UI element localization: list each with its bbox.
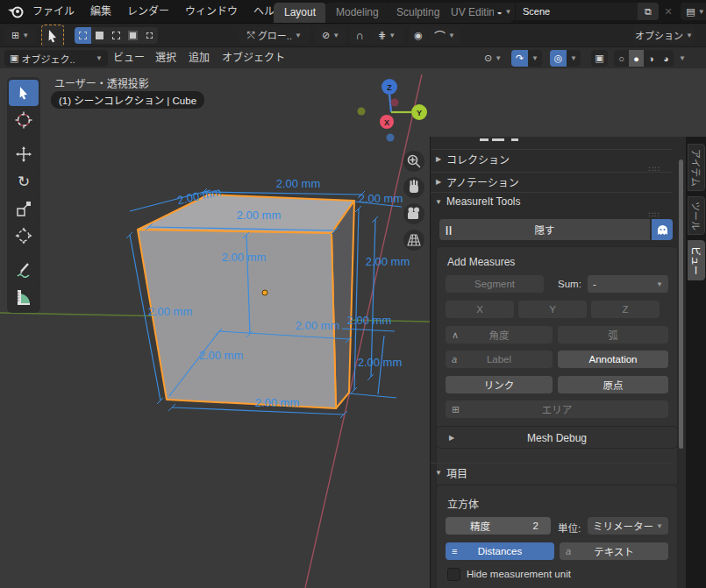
text-toggle[interactable]: a テキスト — [560, 542, 668, 560]
hide-unit-checkbox[interactable] — [447, 568, 460, 581]
tool-move[interactable] — [9, 141, 39, 167]
panel-header-items[interactable]: ▼ 項目 — [431, 463, 673, 481]
options-dropdown[interactable]: オプション▼ — [633, 26, 695, 44]
grid-view-button[interactable] — [403, 230, 424, 251]
shading-material-button[interactable]: ◑ — [644, 50, 659, 67]
new-scene-button[interactable]: ⧉ — [638, 3, 659, 20]
viewport-3d[interactable]: 2.00 mm 2.00 mm 2.00 mm 2.00 mm 2.00 mm … — [0, 68, 430, 588]
label-button[interactable]: aLabel — [446, 351, 553, 368]
menu-window[interactable]: ウィンドウ — [177, 0, 246, 23]
object-name-label: 立方体 — [447, 496, 479, 511]
sum-dropdown[interactable]: -▼ — [588, 275, 668, 293]
menu-object[interactable]: オブジェクト — [214, 47, 293, 69]
menu-select[interactable]: 選択 — [147, 47, 184, 69]
chevron-down-icon: ▼ — [531, 54, 538, 62]
svg-text:Y: Y — [417, 109, 422, 117]
select-arrow-icon — [46, 29, 59, 43]
select-mode-subtract[interactable] — [108, 27, 125, 44]
unlink-scene-button[interactable]: ✕ — [660, 3, 676, 20]
shading-dropdown[interactable]: ▼ — [675, 50, 689, 67]
tab-item[interactable]: アイテム — [688, 144, 705, 191]
label-a-icon: a — [566, 546, 571, 556]
scene-name-field[interactable]: Scene — [516, 3, 644, 20]
blender-logo-icon[interactable] — [7, 4, 25, 18]
arc-button[interactable]: 弧 — [558, 326, 668, 344]
menu-render[interactable]: レンダー — [119, 0, 177, 23]
transform-orientation-dropdown[interactable]: ⤲ グロー..▼ — [239, 26, 310, 44]
sidebar-scrollbar[interactable] — [679, 159, 683, 449]
tab-tool[interactable]: ツール — [688, 196, 705, 235]
origin-button[interactable]: 原点 — [558, 376, 668, 393]
tool-annotate[interactable] — [9, 257, 39, 283]
segment-button[interactable]: Segment — [446, 275, 544, 293]
annotation-button[interactable]: Annotation — [558, 351, 668, 368]
angle-button[interactable]: ∧角度 — [446, 326, 553, 344]
chevron-down-icon: ▼ — [389, 32, 396, 39]
gizmos-toggle[interactable]: ↷ — [511, 50, 528, 67]
panel-grip-icon[interactable]: ∷∷ — [649, 210, 660, 219]
xray-toggle[interactable]: ▣ — [591, 50, 608, 67]
tab-view[interactable]: ビュー — [688, 240, 705, 280]
gizmos-dropdown[interactable]: ▼ — [528, 50, 542, 67]
workspace-tab-modeling[interactable]: Modeling — [325, 3, 389, 23]
mode-dropdown[interactable]: ▣ オブジェク.. ▼ — [4, 50, 108, 67]
ghost-toggle-button[interactable] — [652, 219, 673, 240]
axis-neg-dot[interactable] — [387, 134, 395, 142]
link-button[interactable]: リンク — [446, 376, 553, 393]
navigation-gizmo[interactable]: Z Y X — [358, 79, 428, 142]
select-mode-invert[interactable] — [125, 27, 141, 44]
ghost-icon — [657, 224, 668, 236]
pivot-point-dropdown[interactable]: ⊘▼ — [315, 26, 346, 44]
overlays-dropdown[interactable]: ▼ — [567, 50, 581, 67]
menu-file[interactable]: ファイル — [25, 0, 82, 23]
axis-neg-dot[interactable] — [358, 108, 366, 116]
precision-value: 2 — [533, 521, 538, 531]
shading-solid-button[interactable]: ● — [629, 50, 644, 67]
pan-button[interactable] — [403, 177, 424, 198]
tool-transform[interactable] — [9, 223, 39, 249]
menu-view[interactable]: ビュー — [105, 47, 153, 69]
axis-neg-dot[interactable] — [391, 99, 399, 107]
falloff-dropdown[interactable]: ⌒▼ — [429, 26, 460, 44]
measure-x-button[interactable]: X — [446, 301, 514, 318]
tool-measure[interactable] — [9, 284, 39, 310]
tool-select-box[interactable] — [9, 80, 39, 106]
active-tool-button[interactable] — [41, 25, 64, 47]
panel-header-annotation[interactable]: ▶ アノテーション ∷∷ — [431, 172, 673, 190]
distances-toggle[interactable]: ≡ Distances — [446, 542, 554, 560]
collapsed-arrow-icon: ▶ — [431, 155, 446, 163]
show-hide-measures-button[interactable]: || 隠す — [439, 219, 650, 240]
select-mode-set[interactable] — [75, 27, 91, 44]
panel-header-collection[interactable]: ▶ コレクション ∷∷ — [431, 149, 673, 167]
select-mode-extend[interactable] — [91, 27, 108, 44]
cube-object[interactable] — [138, 195, 354, 408]
proportional-edit-toggle[interactable]: ◉ — [409, 26, 428, 44]
tool-scale[interactable] — [9, 195, 39, 222]
area-button[interactable]: ⊞エリア — [446, 400, 668, 418]
zoom-button[interactable] — [403, 151, 424, 172]
overlays-toggle[interactable]: ◎ — [550, 50, 567, 67]
precision-slider[interactable]: 精度 2 — [446, 517, 551, 535]
tool-cursor[interactable] — [9, 107, 39, 133]
tool-rotate[interactable]: ↻ — [9, 168, 39, 195]
snap-toggle[interactable]: ∩ — [350, 26, 369, 44]
measure-y-button[interactable]: Y — [518, 301, 587, 318]
shading-rendered-button[interactable]: ◕ — [659, 50, 674, 67]
panel-header-measureit[interactable]: ▼ MeasureIt Tools ∷∷ — [431, 192, 673, 210]
mesh-debug-panel[interactable]: ▶ Mesh Debug — [436, 426, 678, 449]
unit-dropdown[interactable]: ミリメーター▼ — [588, 517, 668, 535]
menu-edit[interactable]: 編集 — [82, 0, 119, 23]
hide-unit-label: Hide measurement unit — [467, 569, 571, 579]
shading-wireframe-button[interactable]: ○ — [614, 50, 629, 67]
measure-z-button[interactable]: Z — [591, 301, 660, 318]
select-mode-intersect[interactable] — [141, 27, 158, 44]
visibility-dropdown[interactable]: ⊙▼ — [478, 50, 508, 67]
editor-type-selector[interactable]: ⊞▼ — [4, 26, 36, 44]
snap-settings-dropdown[interactable]: ⋕▼ — [370, 26, 403, 44]
cursor-icon — [15, 111, 32, 129]
workspace-tab-layout[interactable]: Layout — [274, 3, 326, 23]
scene-browse-button[interactable]: ◒▼ — [494, 3, 515, 20]
view-layer-button[interactable]: ▤▼ — [681, 3, 706, 20]
menu-add[interactable]: 追加 — [181, 47, 218, 69]
camera-view-button[interactable] — [403, 203, 424, 224]
